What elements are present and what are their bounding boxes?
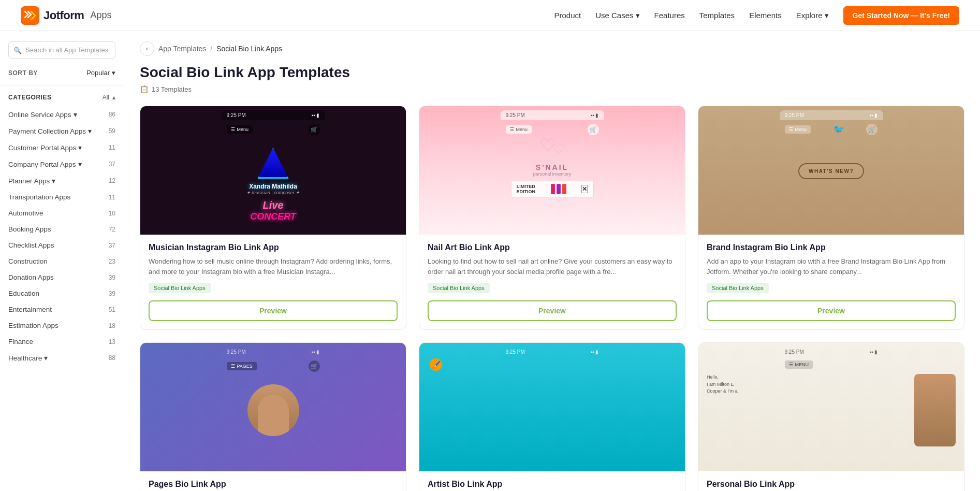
cta-button[interactable]: Get Started Now — It's Free!: [843, 6, 959, 25]
sidebar-item-estimation-apps[interactable]: Estimation Apps 18: [0, 317, 124, 334]
preview-button-brand[interactable]: Preview: [707, 300, 956, 321]
card-tag-musician[interactable]: Social Bio Link Apps: [149, 283, 211, 293]
main-content: ‹ App Templates / Social Bio Link Apps S…: [124, 31, 980, 491]
card-desc-nail: Looking to find out how to sell nail art…: [428, 256, 677, 277]
card-image-nail: 9:25 PM ▪▪ ▮ ☰ Menu 🛒 ♡: [419, 106, 685, 235]
card-tag-brand[interactable]: Social Bio Link Apps: [707, 283, 769, 293]
cart-icon-2: 🛒: [588, 124, 599, 135]
nail-brand-text: S'NAIL: [511, 163, 594, 171]
phone-icons-6: ▪▪ ▮: [870, 349, 878, 355]
nav-explore[interactable]: Explore: [796, 11, 829, 20]
sort-chevron-icon: [112, 69, 115, 77]
breadcrumb-separator: /: [210, 45, 212, 53]
menu-label-1: Menu: [237, 127, 249, 132]
header: Jotform Apps Product Use Cases Features …: [0, 0, 980, 31]
nav-product[interactable]: Product: [554, 11, 581, 20]
sidebar-item-online-service-apps[interactable]: Online Service Apps 86: [0, 106, 124, 123]
template-card-brand: 9:25 PM ▪▪ ▮ ☰ Menu 🐦 🛒: [698, 106, 964, 330]
phone-time-4: 9:25 PM: [227, 349, 246, 355]
pages-label: PAGES: [237, 364, 253, 369]
preview-button-nail[interactable]: Preview: [428, 300, 677, 321]
sidebar-item-company-portal-apps[interactable]: Company Portal Apps 37: [0, 156, 124, 172]
preview-button-musician[interactable]: Preview: [149, 300, 398, 321]
menu-icon-3: ☰: [789, 127, 793, 132]
search-icon: 🔍: [13, 46, 22, 54]
nav-features[interactable]: Features: [654, 11, 685, 20]
card-body-teal: Artist Bio Link App Social Bio Link Apps…: [419, 471, 685, 491]
categories-all-button[interactable]: All: [103, 94, 115, 101]
phone-icons-1: ▪▪ ▮: [312, 112, 320, 118]
sidebar-item-entertainment[interactable]: Entertainment 51: [0, 301, 124, 317]
musician-role-text: ✦ musician | composer ✦: [246, 190, 300, 195]
template-count: 📋 13 Templates: [140, 85, 964, 93]
jotform-logo-icon[interactable]: [21, 6, 39, 25]
card-title-teal: Artist Bio Link App: [428, 480, 677, 489]
musician-logo: [258, 148, 289, 179]
sidebar-item-checklist-apps[interactable]: Checklist Apps 37: [0, 237, 124, 253]
categories-label: CATEGORIES: [8, 94, 51, 101]
musician-name-text: Xandra Mathilda: [249, 183, 297, 190]
phone-time-6: 9:25 PM: [785, 349, 804, 355]
sidebar-item-healthcare[interactable]: Healthcare 88: [0, 350, 124, 366]
template-count-icon: 📋: [140, 85, 149, 93]
menu-icon-2: ☰: [510, 127, 514, 132]
company-chevron-icon: [78, 160, 82, 168]
phone-icons-3: ▪▪ ▮: [870, 112, 878, 118]
phone-time-2: 9:25 PM: [506, 112, 525, 118]
sidebar-item-payment-collection-apps[interactable]: Payment Collection Apps 59: [0, 123, 124, 139]
nav-elements[interactable]: Elements: [749, 11, 782, 20]
card-body-musician: Musician Instagram Bio Link App Wonderin…: [140, 235, 406, 329]
breadcrumb-parent[interactable]: App Templates: [158, 45, 206, 53]
breadcrumb-back-button[interactable]: ‹: [140, 41, 154, 56]
search-container: 🔍: [8, 41, 115, 59]
card-title-nail: Nail Art Bio Link App: [428, 243, 677, 252]
sort-row: SORT BY Popular: [0, 69, 124, 85]
phone-icons-4: ▪▪ ▮: [312, 349, 320, 355]
menu-label-2: Menu: [516, 127, 528, 132]
card-tag-nail[interactable]: Social Bio Link Apps: [428, 283, 490, 293]
card-body-person: Personal Bio Link App Social Bio Link Ap…: [698, 471, 964, 491]
nav-use-cases[interactable]: Use Cases: [595, 11, 639, 20]
sort-dropdown[interactable]: Popular: [86, 69, 115, 77]
cart-icon-4: 🛒: [309, 360, 320, 372]
nav-templates[interactable]: Templates: [699, 11, 735, 20]
chevron-left-icon: ‹: [146, 45, 148, 52]
menu-icon-4: ☰: [231, 364, 235, 369]
nail-sub-text: personal inventory: [511, 171, 594, 177]
cart-icon-1: 🛒: [309, 124, 320, 135]
menu-icon-1: ☰: [231, 127, 235, 132]
phone-icons-2: ▪▪ ▮: [591, 112, 599, 118]
sidebar-item-construction[interactable]: Construction 23: [0, 253, 124, 269]
card-title-pages: Pages Bio Link App: [149, 480, 398, 489]
card-desc-brand: Add an app to your Instagram bio with a …: [707, 256, 956, 277]
paint-icon: 🖌️: [430, 358, 442, 371]
sidebar-item-donation-apps[interactable]: Donation Apps 39: [0, 269, 124, 285]
person-avatar-pages: [247, 384, 299, 436]
sidebar-item-planner-apps[interactable]: Planner Apps 12: [0, 172, 124, 189]
phone-icons-5: ▪▪ ▮: [591, 349, 599, 355]
nail-color-3: [562, 184, 566, 194]
breadcrumb: ‹ App Templates / Social Bio Link Apps: [140, 41, 964, 56]
sidebar-item-education[interactable]: Education 39: [0, 285, 124, 301]
bird-icon: 🐦: [833, 124, 844, 135]
search-input[interactable]: [8, 41, 115, 59]
template-card-nail: 9:25 PM ▪▪ ▮ ☰ Menu 🛒 ♡: [419, 106, 685, 330]
heart-icon-2: ♡: [552, 141, 565, 158]
card-title-brand: Brand Instagram Bio Link App: [707, 243, 956, 252]
template-card-pages: 9:25 PM ▪▪ ▮ ☰ PAGES 🛒: [140, 342, 406, 491]
sidebar-item-customer-portal-apps[interactable]: Customer Portal Apps 11: [0, 139, 124, 156]
sidebar-item-booking-apps[interactable]: Booking Apps 72: [0, 221, 124, 237]
sidebar-item-finance[interactable]: Finance 13: [0, 334, 124, 350]
payment-chevron-icon: [88, 127, 92, 135]
whats-new-text: WHAT'S NEW?: [798, 163, 864, 179]
categories-header: CATEGORIES All: [0, 94, 124, 106]
concert-label: Live: [262, 199, 283, 211]
card-image-pages: 9:25 PM ▪▪ ▮ ☰ PAGES 🛒: [140, 343, 406, 471]
sidebar-item-transportation-apps[interactable]: Transportation Apps 11: [0, 189, 124, 205]
person-bio-text: Hello,I am Milton ECooper & I'm a: [707, 374, 769, 395]
phone-time-1: 9:25 PM: [227, 112, 246, 118]
sidebar-item-automotive[interactable]: Automotive 10: [0, 205, 124, 221]
logo-text: Jotform: [43, 9, 84, 22]
sidebar: 🔍 SORT BY Popular CATEGORIES All Online …: [0, 31, 124, 491]
use-cases-chevron-icon: [636, 11, 640, 20]
